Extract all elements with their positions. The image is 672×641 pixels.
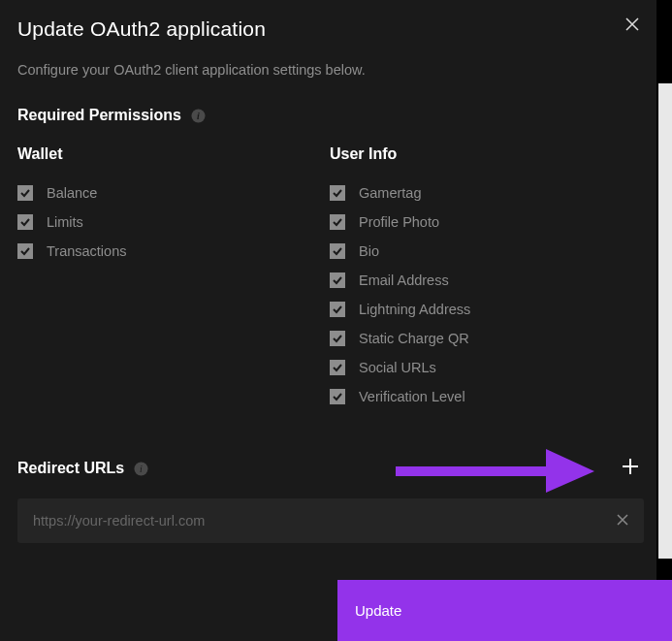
checkbox-icon [17,214,33,230]
checkbox-limits[interactable]: Limits [17,213,330,231]
required-permissions-heading: Required Permissions i [17,107,639,124]
required-permissions-label: Required Permissions [17,107,181,124]
checkbox-icon [330,331,345,346]
info-icon[interactable]: i [191,109,206,123]
redirect-url-input[interactable] [33,513,607,529]
redirect-header: Redirect URLs i [17,458,639,479]
checkbox-icon [330,360,345,375]
update-button[interactable]: Update [337,580,672,641]
wallet-title: Wallet [17,145,330,163]
clear-url-icon[interactable] [617,512,628,529]
checkbox-balance[interactable]: Balance [17,184,330,202]
checkbox-social-urls[interactable]: Social URLs [330,359,642,376]
checkbox-label: Profile Photo [359,214,439,230]
add-url-icon[interactable] [622,458,639,479]
checkbox-label: Social URLs [359,360,436,375]
checkbox-icon [330,185,345,201]
checkbox-verification-level[interactable]: Verification Level [330,388,642,405]
checkbox-label: Bio [359,243,379,259]
svg-text:i: i [197,111,200,121]
close-icon[interactable] [625,17,639,35]
permissions-columns: Wallet Balance Limits Transactions User … [17,145,639,417]
checkbox-email-address[interactable]: Email Address [330,272,642,289]
checkbox-gamertag[interactable]: Gamertag [330,184,642,202]
modal-title: Update OAuth2 application [17,17,639,41]
svg-text:i: i [140,464,143,474]
checkbox-label: Balance [47,185,97,201]
checkbox-icon [330,214,345,230]
oauth-update-modal: Update OAuth2 application Configure your… [0,0,656,641]
redirect-urls-section: Redirect URLs i [17,458,639,543]
checkbox-icon [17,185,33,201]
info-icon[interactable]: i [134,462,148,476]
checkbox-label: Verification Level [359,389,465,404]
checkbox-lightning-address[interactable]: Lightning Address [330,301,642,318]
checkbox-icon [330,302,345,317]
checkbox-label: Email Address [359,272,449,288]
checkbox-bio[interactable]: Bio [330,242,642,260]
checkbox-label: Gamertag [359,185,421,201]
user-info-title: User Info [330,145,642,163]
checkbox-label: Transactions [47,243,126,259]
checkbox-static-charge-qr[interactable]: Static Charge QR [330,330,642,347]
checkbox-icon [330,389,345,404]
background-strip [658,83,672,559]
checkbox-profile-photo[interactable]: Profile Photo [330,213,642,231]
checkbox-icon [330,272,345,288]
user-info-column: User Info Gamertag Profile Photo Bio Ema… [330,145,642,417]
checkbox-label: Limits [47,214,83,230]
checkbox-label: Static Charge QR [359,331,469,346]
checkbox-label: Lightning Address [359,302,470,317]
redirect-urls-label: Redirect URLs [17,460,124,477]
checkbox-icon [330,243,345,259]
modal-subtitle: Configure your OAuth2 client application… [17,62,639,78]
wallet-column: Wallet Balance Limits Transactions [17,145,330,417]
checkbox-icon [17,243,33,259]
redirect-url-input-wrapper [17,498,644,543]
checkbox-transactions[interactable]: Transactions [17,242,330,260]
